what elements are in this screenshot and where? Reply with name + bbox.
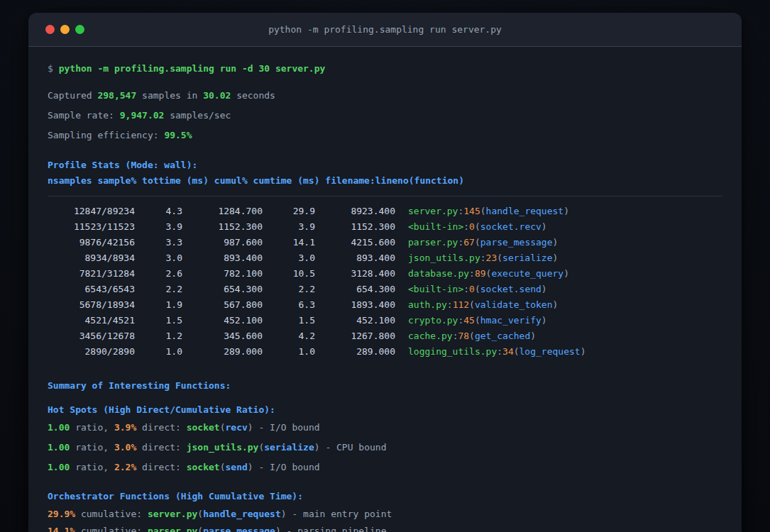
bound-note: - I/O bound — [253, 462, 320, 472]
close-paren: ) — [553, 250, 559, 266]
traffic-lights — [45, 13, 84, 46]
profile-row: 5678/189341.9567.8006.31893.400auth.py:1… — [48, 297, 722, 313]
colon-separator: : — [480, 250, 486, 266]
close-traffic-light-icon[interactable] — [45, 25, 55, 34]
shell-prompt: $ — [48, 63, 59, 74]
function-name: send — [226, 462, 248, 472]
open-paren: ( — [469, 328, 475, 344]
orchestrator-title: Orchestrator Functions (High Cumulative … — [48, 489, 722, 504]
hot-spot-row: 1.00 ratio, 3.9% direct: socket(recv) - … — [48, 420, 722, 435]
hot-spot-row: 1.00 ratio, 3.0% direct: json_utils.py(s… — [48, 440, 722, 455]
efficiency-line: Sampling efficiency: 99.5% — [48, 128, 722, 143]
col-tottime: 289.000 — [182, 344, 263, 360]
col-nsamples: 9876/42156 — [48, 235, 135, 250]
ratio-label: ratio, — [70, 462, 114, 472]
bound-note: - CPU bound — [320, 442, 387, 453]
close-paren: ) — [581, 344, 586, 360]
role-note: - parsing pipeline — [281, 526, 387, 532]
open-paren: ( — [514, 344, 519, 360]
open-paren: ( — [480, 204, 486, 219]
col-cumtime: 1267.800 — [315, 328, 395, 344]
direct-pct-value: 2.2% — [114, 462, 136, 472]
profile-table-header: nsamples sample% tottime (ms) cumul% cum… — [48, 173, 722, 188]
col-filename: parser.py — [408, 235, 458, 250]
col-function: socket.send — [480, 282, 541, 297]
close-paren: ) — [563, 266, 569, 282]
col-tottime: 567.800 — [182, 297, 263, 313]
col-function: execute_query — [491, 266, 563, 282]
direct-label: direct: — [136, 442, 186, 453]
colon-separator: : — [447, 297, 453, 313]
col-sample-pct: 3.3 — [135, 235, 182, 250]
terminal-output[interactable]: $ python -m profiling.sampling run -d 30… — [28, 47, 742, 532]
col-function: log_request — [519, 344, 581, 360]
col-cumtime: 3128.400 — [315, 266, 395, 282]
direct-label: direct: — [136, 422, 186, 433]
col-filename: auth.py — [408, 297, 447, 313]
table-separator — [48, 196, 722, 196]
close-paren: ) — [541, 313, 547, 328]
close-paren: ) — [553, 297, 559, 313]
terminal-window: python -m profiling.sampling run server.… — [28, 13, 742, 532]
function-name: parse_message — [203, 526, 275, 532]
col-nsamples: 5678/18934 — [48, 297, 135, 313]
col-lineno: 0 — [469, 282, 475, 297]
col-cumtime: 1893.400 — [315, 297, 395, 313]
direct-pct-value: 3.0% — [114, 442, 136, 453]
close-paren: ) — [530, 328, 536, 344]
col-sample-pct: 1.2 — [135, 328, 182, 344]
direct-label: direct: — [136, 462, 186, 472]
col-filename: logging_utils.py — [408, 344, 497, 360]
colon-separator: : — [453, 328, 458, 344]
function-name: serialize — [264, 442, 314, 453]
col-filename: crypto.py — [408, 313, 458, 328]
open-paren: ( — [197, 526, 203, 532]
col-cumul-pct: 1.5 — [263, 313, 315, 328]
close-paren: ) — [553, 235, 559, 250]
ratio-value: 1.00 — [48, 462, 70, 472]
col-nsamples: 11523/11523 — [48, 219, 135, 235]
target-name: parser.py — [148, 526, 197, 532]
direct-pct-value: 3.9% — [114, 422, 136, 433]
col-tottime: 1152.300 — [182, 219, 263, 235]
col-nsamples: 12847/89234 — [48, 204, 135, 219]
col-function: hmac_verify — [480, 313, 541, 328]
efficiency-label: Sampling efficiency: — [48, 130, 164, 140]
profile-stats-title: Profile Stats (Mode: wall): — [48, 157, 722, 172]
open-paren: ( — [486, 266, 492, 282]
captured-samples-value: 298,547 — [97, 90, 136, 101]
col-lineno: 89 — [475, 266, 486, 282]
col-tottime: 345.600 — [182, 328, 263, 344]
open-paren: ( — [220, 462, 226, 472]
close-paren: ) — [275, 526, 281, 532]
window-title: python -m profiling.sampling run server.… — [268, 24, 502, 35]
colon-separator: : — [458, 235, 463, 250]
minimize-traffic-light-icon[interactable] — [60, 25, 70, 34]
col-filename: <built-in> — [408, 282, 463, 297]
captured-post-label: seconds — [231, 90, 275, 101]
colon-separator: : — [458, 204, 463, 219]
col-cumul-pct: 3.0 — [263, 250, 315, 266]
col-cumul-pct: 29.9 — [263, 204, 315, 219]
profile-row: 8934/89343.0893.4003.0893.400json_utils.… — [48, 250, 722, 266]
open-paren: ( — [475, 235, 480, 250]
ratio-label: ratio, — [70, 442, 114, 453]
profile-row: 7821/312842.6782.10010.53128.400database… — [48, 266, 722, 282]
col-sample-pct: 2.2 — [135, 282, 182, 297]
ratio-value: 1.00 — [48, 442, 70, 453]
col-cumul-pct: 10.5 — [263, 266, 315, 282]
zoom-traffic-light-icon[interactable] — [75, 25, 84, 34]
col-nsamples: 7821/31284 — [48, 266, 135, 282]
titlebar[interactable]: python -m profiling.sampling run server.… — [28, 13, 742, 47]
sample-rate-value: 9,947.02 — [120, 110, 165, 121]
col-filename: cache.py — [408, 328, 453, 344]
col-sample-pct: 3.0 — [135, 250, 182, 266]
profile-row: 6543/65432.2654.3002.2654.300<built-in>:… — [48, 282, 722, 297]
col-tottime: 782.100 — [182, 266, 263, 282]
colon-separator: : — [497, 344, 502, 360]
col-cumtime: 654.300 — [315, 282, 395, 297]
target-name: socket — [187, 462, 220, 472]
col-function: serialize — [502, 250, 552, 266]
col-cumul-pct: 4.2 — [263, 328, 315, 344]
role-note: - main entry point — [287, 509, 392, 519]
